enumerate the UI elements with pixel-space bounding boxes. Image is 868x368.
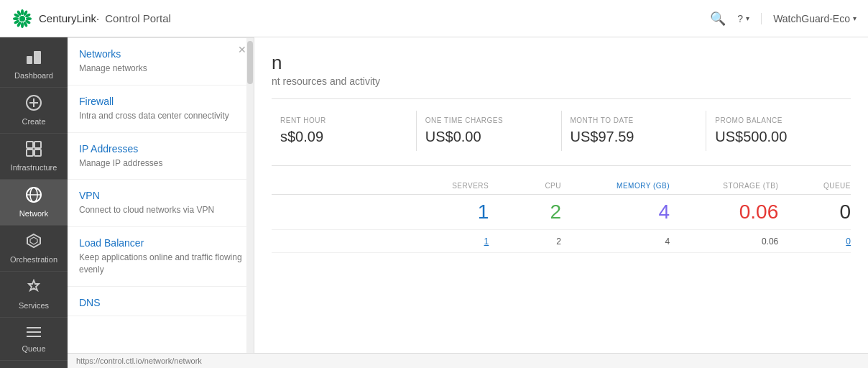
billing-promo: PROMO BALANCE US$500.00: [706, 111, 851, 151]
resource-table-header: SERVERS CPU MEMORY (GB) STORAGE (TB) QUE…: [272, 178, 851, 195]
account-dropdown-icon: ▾: [853, 14, 857, 22]
resources-table: SERVERS CPU MEMORY (GB) STORAGE (TB) QUE…: [272, 178, 851, 253]
divider-1: [272, 98, 851, 99]
billing-one-time: ONE TIME CHARGES US$0.00: [417, 111, 562, 151]
account-button[interactable]: WatchGuard-Eco ▾: [761, 13, 857, 24]
close-button[interactable]: ✕: [238, 44, 246, 55]
col-header-memory: MEMORY (GB): [561, 182, 670, 190]
page-title: n: [272, 52, 282, 73]
one-time-value: US$0.00: [425, 129, 553, 145]
col-header-queue: QUEUE: [778, 182, 851, 190]
svg-point-0: [21, 9, 24, 15]
sidebar-item-queue-label: Queue: [22, 344, 45, 353]
svg-rect-13: [27, 56, 32, 64]
sidebar-item-services-label: Services: [19, 301, 49, 310]
create-icon: [26, 95, 42, 114]
services-icon: [26, 279, 42, 298]
promo-label: PROMO BALANCE: [715, 116, 842, 124]
sidebar-item-infrastructure[interactable]: Infrastructure: [0, 134, 68, 180]
sidebar-item-services[interactable]: Services: [0, 272, 68, 318]
current-hour-label: RENT HOUR: [280, 116, 407, 124]
sidebar-item-dashboard-label: Dashboard: [14, 71, 53, 80]
scroll-thumb: [247, 41, 253, 84]
resource-detail-queue: 0: [778, 236, 851, 247]
svg-rect-21: [34, 150, 41, 156]
scrollbar[interactable]: [246, 38, 254, 368]
nav-right: 🔍 ? ▾ WatchGuard-Eco ▾: [710, 11, 857, 27]
dropdown-item-networks[interactable]: Networks Manage networks: [68, 38, 254, 86]
svg-point-12: [19, 16, 25, 22]
nav-left: CenturyLink· Control Portal: [11, 8, 171, 29]
main-content-area: n nt resources and activity RENT HOUR s$…: [254, 37, 868, 368]
current-hour-value: s$0.09: [280, 129, 407, 145]
svg-point-6: [21, 22, 24, 28]
sidebar-item-create-label: Create: [22, 117, 45, 126]
sidebar-item-network-label: Network: [19, 209, 48, 218]
networks-desc: Manage networks: [79, 63, 242, 75]
networks-title: Networks: [79, 48, 242, 60]
sidebar-item-queue[interactable]: Queue: [0, 318, 68, 361]
resource-servers-big: 1: [417, 201, 489, 224]
ip-addresses-title: IP Addresses: [79, 143, 242, 155]
help-button[interactable]: ? ▾: [737, 13, 749, 24]
sidebar-item-network[interactable]: Network: [0, 180, 68, 226]
billing-row: RENT HOUR s$0.09 ONE TIME CHARGES US$0.0…: [272, 111, 851, 151]
search-icon[interactable]: 🔍: [710, 11, 726, 27]
resource-detail-row: 1 2 4 0.06 0: [272, 230, 851, 253]
load-balancer-desc: Keep applications online and traffic flo…: [79, 252, 242, 276]
billing-current-hour: RENT HOUR s$0.09: [272, 111, 417, 151]
statusbar: https://control.ctl.io/network/network: [254, 353, 868, 368]
divider-2: [272, 165, 851, 166]
portal-name: Control Portal: [105, 12, 171, 24]
dropdown-item-firewall[interactable]: Firewall Intra and cross data center con…: [68, 86, 254, 133]
vpn-desc: Connect to cloud networks via VPN: [79, 204, 242, 216]
resource-summary-row: 1 2 4 0.06 0: [272, 195, 851, 230]
load-balancer-title: Load Balancer: [79, 237, 242, 249]
queue-icon: [26, 325, 42, 341]
resource-detail-storage: 0.06: [670, 236, 778, 247]
main-layout: Dashboard Create Infrastruc: [0, 37, 868, 368]
dropdown-item-ip-addresses[interactable]: IP Addresses Manage IP addresses: [68, 133, 254, 180]
sidebar-item-orchestration[interactable]: Orchestration: [0, 226, 68, 272]
page-subtitle: nt resources and activity: [272, 75, 851, 87]
resource-cpu-big: 2: [489, 201, 561, 224]
help-icon: ?: [737, 13, 743, 24]
centurylink-logo-icon: [11, 8, 33, 29]
help-dropdown-icon: ▾: [746, 14, 749, 22]
col-header-cpu: CPU: [489, 182, 561, 190]
billing-month-to-date: MONTH TO DATE US$97.59: [562, 111, 707, 151]
dashboard-icon: [26, 50, 42, 68]
network-icon: [26, 187, 42, 206]
svg-marker-25: [27, 234, 40, 247]
network-dropdown-panel: ✕ Networks Manage networks Firewall Intr…: [68, 37, 254, 368]
company-name: CenturyLink·: [39, 12, 99, 24]
svg-point-3: [26, 17, 32, 20]
orchestration-icon: [26, 233, 42, 252]
col-header-name: [272, 182, 417, 190]
dropdown-item-vpn[interactable]: VPN Connect to cloud networks via VPN: [68, 180, 254, 227]
resource-storage-big: 0.06: [670, 201, 778, 224]
sidebar-item-dashboard[interactable]: Dashboard: [0, 43, 68, 88]
firewall-desc: Intra and cross data center connectivity: [79, 110, 242, 122]
one-time-label: ONE TIME CHARGES: [425, 116, 553, 124]
vpn-title: VPN: [79, 190, 242, 201]
top-navigation: CenturyLink· Control Portal 🔍 ? ▾ WatchG…: [0, 0, 868, 37]
svg-rect-19: [34, 142, 41, 148]
account-label: WatchGuard-Eco: [773, 13, 850, 24]
dropdown-item-load-balancer[interactable]: Load Balancer Keep applications online a…: [68, 227, 254, 287]
promo-value: US$500.00: [715, 129, 842, 145]
firewall-title: Firewall: [79, 96, 242, 107]
sidebar-item-orchestration-label: Orchestration: [10, 255, 57, 264]
ip-addresses-desc: Manage IP addresses: [79, 157, 242, 170]
main-inner: n nt resources and activity RENT HOUR s$…: [254, 37, 868, 267]
dropdown-item-dns[interactable]: DNS: [68, 287, 254, 316]
logo[interactable]: CenturyLink· Control Portal: [11, 8, 171, 29]
svg-marker-27: [29, 280, 39, 290]
resource-detail-cpu: 2: [489, 236, 561, 247]
sidebar-item-create[interactable]: Create: [0, 88, 68, 134]
resource-detail-servers: 1: [417, 236, 489, 247]
svg-marker-26: [30, 237, 37, 244]
month-to-date-value: US$97.59: [571, 129, 698, 145]
resource-memory-big: 4: [561, 201, 670, 224]
infrastructure-icon: [26, 141, 42, 160]
